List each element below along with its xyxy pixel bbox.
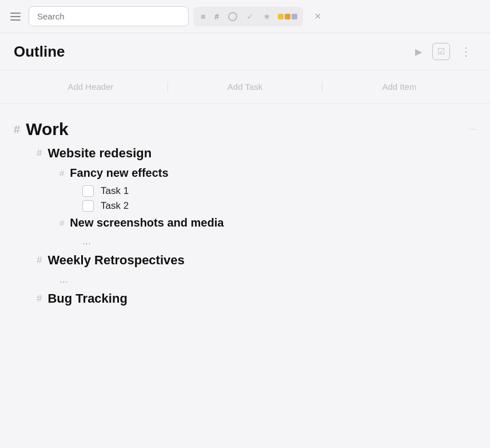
toolbar-icon-group: ≡ # ✓ ★ — [193, 7, 303, 26]
section-weekly-retro: # Weekly Retrospectives — [37, 253, 476, 268]
close-button[interactable]: × — [310, 7, 326, 25]
header-actions: ▶ ☑ ⋮ — [411, 42, 476, 61]
check-button[interactable]: ☑ — [432, 43, 450, 60]
section-bug-title: Bug Tracking — [47, 291, 127, 306]
list-icon-button[interactable]: ≡ — [197, 10, 209, 23]
section-fancy-title: Fancy new effects — [70, 166, 168, 180]
hash-icon-bugs: # — [37, 293, 42, 304]
section-website-redesign: # Website redesign — [37, 146, 476, 161]
circle-icon — [228, 12, 237, 21]
color-picker-button[interactable] — [276, 13, 300, 21]
hamburger-button[interactable] — [7, 9, 24, 24]
list-icon: ≡ — [201, 12, 205, 21]
hash-icon-button[interactable]: # — [210, 10, 223, 23]
check-square-icon: ☑ — [437, 46, 445, 57]
section-bug-tracking: # Bug Tracking — [37, 291, 476, 306]
page-title: Outline — [14, 43, 411, 61]
ellipsis-retro: ... — [59, 273, 476, 286]
more-options-button[interactable]: ⋮ — [456, 42, 476, 61]
section-screenshots-title: New screenshots and media — [70, 216, 224, 229]
hash-icon-work: # — [14, 123, 20, 136]
hash-icon-screenshots: # — [59, 218, 64, 228]
play-icon: ▶ — [415, 47, 422, 57]
search-wrapper — [29, 6, 189, 26]
hash-icon-website: # — [37, 148, 42, 159]
add-item-button[interactable]: Add Item — [322, 80, 476, 94]
page-header: Outline ▶ ☑ ⋮ — [0, 33, 490, 70]
outline-content: # Work ··· # Website redesign # Fancy ne… — [0, 104, 490, 323]
section-retro-title: Weekly Retrospectives — [47, 253, 184, 268]
close-icon: × — [314, 10, 321, 22]
section-screenshots: # New screenshots and media — [59, 216, 476, 229]
task-2-checkbox[interactable] — [82, 200, 94, 212]
toolbar: ≡ # ✓ ★ × — [0, 0, 490, 33]
ellipsis-screenshots: ... — [82, 235, 476, 247]
hamburger-line-1 — [10, 13, 21, 14]
hash-icon: # — [214, 12, 219, 21]
task-1-label: Task 1 — [101, 185, 129, 197]
hamburger-line-2 — [10, 16, 21, 17]
section-work: # Work ··· — [14, 120, 476, 139]
task-item-1: Task 1 — [82, 185, 476, 197]
color-dot-yellow — [278, 14, 284, 19]
add-task-button[interactable]: Add Task — [168, 80, 322, 94]
hamburger-line-3 — [10, 19, 21, 21]
color-dot-orange — [285, 14, 290, 19]
add-row: Add Header Add Task Add Item — [0, 70, 490, 104]
section-fancy-effects: # Fancy new effects — [59, 166, 476, 180]
color-dot-purple — [292, 14, 297, 19]
hash-icon-retro: # — [37, 255, 42, 266]
star-icon: ★ — [263, 11, 270, 22]
task-item-2: Task 2 — [82, 200, 476, 212]
checkmark-icon: ✓ — [246, 11, 254, 22]
task-1-checkbox[interactable] — [82, 185, 94, 197]
hash-icon-fancy: # — [59, 168, 64, 178]
section-work-dots[interactable]: ··· — [469, 124, 476, 134]
circle-icon-button[interactable] — [224, 10, 241, 23]
play-button[interactable]: ▶ — [411, 44, 427, 60]
section-website-title: Website redesign — [47, 146, 152, 161]
ellipsis-screenshots-text: ... — [82, 235, 91, 247]
section-work-title: Work — [26, 120, 68, 139]
task-2-label: Task 2 — [101, 200, 129, 212]
add-header-button[interactable]: Add Header — [14, 80, 168, 94]
star-icon-button[interactable]: ★ — [259, 9, 274, 24]
ellipsis-retro-text: ... — [59, 273, 68, 285]
vertical-dots-icon: ⋮ — [460, 45, 472, 58]
search-input[interactable] — [29, 6, 189, 26]
checkmark-icon-button[interactable]: ✓ — [242, 9, 258, 24]
